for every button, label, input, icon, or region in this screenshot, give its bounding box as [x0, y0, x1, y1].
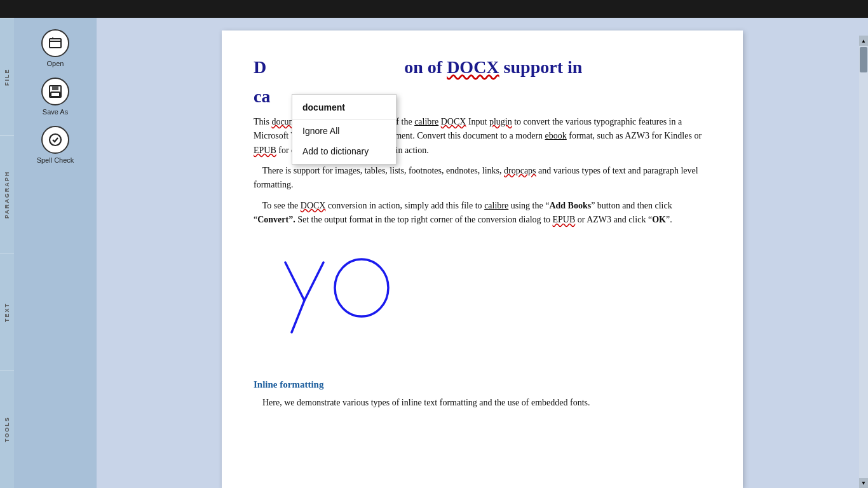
title-gap [266, 57, 404, 77]
content-area: document Ignore All Add to dictionary D … [97, 18, 868, 488]
svg-rect-3 [51, 92, 60, 97]
docx-word2: DOCX [301, 201, 326, 210]
svg-rect-0 [50, 39, 61, 48]
sidebar-item-saveas[interactable]: Save As [14, 72, 97, 119]
scroll-down-arrow[interactable]: ▼ [859, 478, 868, 488]
svg-point-5 [335, 259, 388, 316]
text-label: TEXT [0, 253, 14, 370]
file-label: FILE [0, 18, 14, 135]
open-icon [41, 29, 69, 57]
calibre-word2: calibre [484, 201, 508, 210]
inline-formatting-title: Inline formatting [254, 377, 711, 392]
sidebar-item-open[interactable]: Open [14, 24, 97, 71]
add-to-dictionary-menuitem[interactable]: Add to dictionary [292, 141, 396, 161]
features-paragraph: There is support for images, tables, lis… [254, 164, 711, 193]
scroll-up-arrow[interactable]: ▲ [859, 36, 868, 46]
ignore-all-menuitem[interactable]: Ignore All [292, 121, 396, 141]
title-d: D [254, 57, 266, 77]
scroll-thumb[interactable] [860, 47, 867, 72]
open-label: Open [47, 60, 64, 67]
sidebar: Open Save As Spell Check [14, 18, 97, 488]
scrollbar-track[interactable]: ▲ ▼ [859, 36, 868, 488]
title-support: support in [504, 57, 583, 77]
epub-word2: EPUB [552, 215, 575, 224]
sidebar-item-spellcheck[interactable]: Spell Check [14, 121, 97, 168]
document-title: D on of DOCX support in [254, 56, 711, 79]
epub-word: EPUB [254, 146, 276, 155]
spellcheck-icon [41, 126, 69, 154]
handwriting-svg [266, 237, 444, 364]
dropcaps-word: dropcaps [504, 166, 536, 175]
conversion-paragraph: To see the DOCX conversion in action, si… [254, 199, 711, 227]
title-on-of: on of [404, 57, 447, 77]
ebook-word: ebook [545, 131, 567, 140]
tools-label: TOOLS [0, 370, 14, 488]
paragraph-label: PARAGRAPH [0, 135, 14, 253]
document-page: document Ignore All Add to dictionary D … [222, 30, 743, 488]
svg-point-4 [50, 134, 61, 146]
title-ca: ca [254, 86, 270, 106]
context-menu-separator [292, 119, 396, 119]
ok-text: OK [652, 215, 666, 224]
title-docx: DOCX [447, 57, 499, 77]
context-menu: document Ignore All Add to dictionary [292, 94, 397, 165]
svg-rect-2 [52, 86, 58, 90]
handwriting-area [254, 237, 711, 364]
save-icon [41, 78, 69, 105]
calibre-link: calibre [414, 117, 438, 126]
inline-paragraph: Here, we demonstrate various types of in… [254, 396, 711, 410]
context-menu-word: document [292, 97, 396, 118]
saveas-label: Save As [43, 108, 68, 116]
left-labels: FILE PARAGRAPH TEXT TOOLS [0, 18, 14, 488]
spellcheck-label: Spell Check [37, 156, 74, 164]
plugin-word: plugin [489, 117, 512, 126]
docx-word: DOCX [441, 117, 466, 126]
convert-text: Convert”. [257, 215, 295, 224]
top-bar [0, 0, 868, 18]
add-books-text: Add Books [549, 201, 591, 210]
